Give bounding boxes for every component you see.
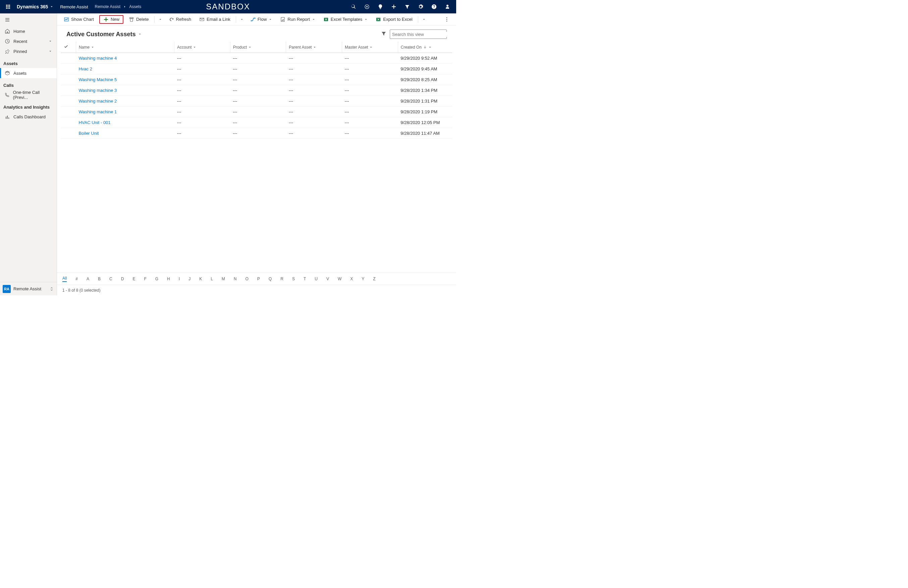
alpha-filter-p[interactable]: P [257, 276, 260, 281]
record-count: 1 - 8 of 8 (0 selected) [63, 288, 100, 292]
row-selector[interactable] [61, 53, 76, 64]
sidebar-item-home[interactable]: Home [0, 26, 57, 36]
column-header-master[interactable]: Master Asset [342, 42, 398, 53]
sidebar-item-assets[interactable]: Assets [0, 68, 57, 78]
cell-name[interactable]: Washing machine 2 [76, 96, 174, 107]
breadcrumb-item[interactable]: Remote Assist [95, 4, 121, 9]
flow-button[interactable]: Flow [248, 15, 275, 24]
cell-name[interactable]: Boiler Unit [76, 128, 174, 139]
table-row[interactable]: Boiler Unit------------9/28/2020 11:47 A… [61, 128, 452, 139]
row-selector[interactable] [61, 85, 76, 96]
app-name[interactable]: Remote Assist [57, 4, 91, 10]
alpha-filter-w[interactable]: W [338, 276, 341, 281]
export-split-button[interactable] [421, 18, 427, 21]
alpha-filter-n[interactable]: N [234, 276, 237, 281]
alpha-filter-k[interactable]: K [199, 276, 202, 281]
table-row[interactable]: Washing machine 1------------9/28/2020 1… [61, 107, 452, 117]
cell-name[interactable]: Washing machine 4 [76, 53, 174, 64]
sidebar-toggle[interactable] [0, 13, 57, 26]
sidebar-item-calls-dashboard[interactable]: Calls Dashboard [0, 112, 57, 122]
more-commands-button[interactable] [441, 15, 452, 24]
task-icon[interactable] [361, 0, 373, 13]
cell-name[interactable]: Washing machine 3 [76, 85, 174, 96]
brand[interactable]: Dynamics 365 [13, 4, 57, 10]
table-row[interactable]: Hvac 2------------9/29/2020 9:45 AM [61, 64, 452, 74]
alpha-filter-s[interactable]: S [292, 276, 295, 281]
alpha-filter-r[interactable]: R [280, 276, 283, 281]
alpha-filter-e[interactable]: E [132, 276, 135, 281]
run-report-button[interactable]: Run Report [277, 15, 318, 24]
app-launcher-icon[interactable] [3, 4, 13, 10]
alpha-filter-a[interactable]: A [87, 276, 89, 281]
alpha-filter-f[interactable]: F [144, 276, 146, 281]
sidebar-area-switcher[interactable]: RA Remote Assist [0, 282, 57, 296]
delete-button[interactable]: Delete [126, 15, 151, 24]
cell-name[interactable]: Washing machine 1 [76, 107, 174, 117]
refresh-icon [169, 17, 174, 22]
cell-name[interactable]: Hvac 2 [76, 64, 174, 74]
row-selector[interactable] [61, 107, 76, 117]
email-link-button[interactable]: Email a Link [196, 15, 233, 24]
row-selector[interactable] [61, 74, 76, 85]
alpha-filter-g[interactable]: G [155, 276, 158, 281]
alpha-filter-j[interactable]: J [188, 276, 190, 281]
help-icon[interactable] [428, 0, 440, 13]
column-header-product[interactable]: Product [230, 42, 286, 53]
alpha-filter-x[interactable]: X [350, 276, 353, 281]
column-header-created[interactable]: Created On [398, 42, 452, 53]
table-row[interactable]: Washing machine 2------------9/28/2020 1… [61, 96, 452, 107]
alpha-filter-o[interactable]: O [246, 276, 248, 281]
search-input[interactable] [390, 29, 447, 39]
column-header-account[interactable]: Account [174, 42, 230, 53]
table-row[interactable]: Washing machine 4------------9/29/2020 9… [61, 53, 452, 64]
excel-templates-button[interactable]: Excel Templates [321, 15, 370, 24]
table-row[interactable]: Washing machine 3------------9/28/2020 1… [61, 85, 452, 96]
alpha-filter-y[interactable]: Y [362, 276, 364, 281]
sidebar-item-pinned[interactable]: Pinned [0, 46, 57, 56]
account-icon[interactable] [441, 0, 454, 13]
alpha-filter-all[interactable]: All [63, 276, 67, 282]
new-button[interactable]: New [99, 15, 124, 24]
alpha-filter-c[interactable]: C [109, 276, 113, 281]
alpha-filter-i[interactable]: I [179, 276, 180, 281]
cell-name[interactable]: Washing Machine 5 [76, 74, 174, 85]
row-selector[interactable] [61, 64, 76, 74]
refresh-button[interactable]: Refresh [166, 15, 194, 24]
alpha-filter-v[interactable]: V [326, 276, 329, 281]
table-row[interactable]: Washing Machine 5------------9/29/2020 8… [61, 74, 452, 85]
show-chart-button[interactable]: Show Chart [61, 15, 97, 24]
filter-icon[interactable] [401, 0, 413, 13]
column-header-name[interactable]: Name [76, 42, 174, 53]
export-excel-button[interactable]: Export to Excel [373, 15, 415, 24]
email-split-button[interactable] [239, 18, 245, 21]
row-selector[interactable] [61, 117, 76, 128]
lightbulb-icon[interactable] [374, 0, 386, 13]
cmd-label: Excel Templates [331, 17, 362, 22]
sidebar-item-onetime-call[interactable]: One-time Call (Previ... [0, 90, 57, 100]
plus-icon[interactable] [388, 0, 400, 13]
delete-split-button[interactable] [157, 18, 163, 21]
view-selector[interactable]: Active Customer Assets [66, 31, 142, 38]
alpha-filter-d[interactable]: D [121, 276, 124, 281]
select-all-column[interactable] [61, 42, 76, 53]
row-selector[interactable] [61, 128, 76, 139]
alpha-filter-z[interactable]: Z [373, 276, 375, 281]
alpha-filter-b[interactable]: B [98, 276, 101, 281]
row-selector[interactable] [61, 96, 76, 107]
alpha-filter-u[interactable]: U [315, 276, 318, 281]
breadcrumb-item[interactable]: Assets [129, 4, 141, 9]
alpha-filter-m[interactable]: M [222, 276, 225, 281]
alpha-filter-t[interactable]: T [304, 276, 306, 281]
alpha-filter-l[interactable]: L [211, 276, 213, 281]
alpha-filter-#[interactable]: # [76, 276, 78, 281]
alpha-filter-q[interactable]: Q [269, 276, 272, 281]
sidebar-item-recent[interactable]: Recent [0, 36, 57, 46]
table-row[interactable]: HVAC Unit - 001------------9/28/2020 12:… [61, 117, 452, 128]
alpha-filter-h[interactable]: H [167, 276, 170, 281]
settings-icon[interactable] [415, 0, 427, 13]
cell-name[interactable]: HVAC Unit - 001 [76, 117, 174, 128]
column-header-parent[interactable]: Parent Asset [286, 42, 342, 53]
search-icon[interactable] [348, 0, 360, 13]
filter-button[interactable] [381, 31, 386, 37]
search-field[interactable] [392, 32, 448, 37]
